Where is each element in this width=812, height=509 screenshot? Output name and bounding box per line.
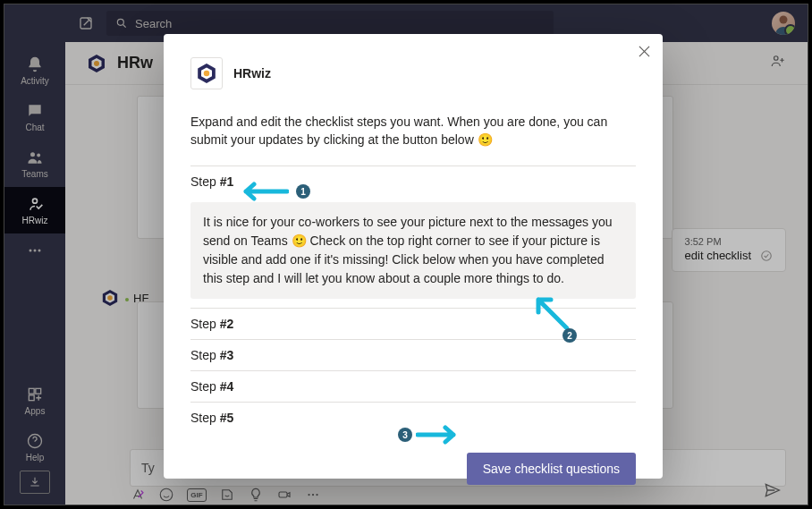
- modal-intro: Expand and edit the checklist steps you …: [190, 113, 636, 149]
- step-1-body[interactable]: It is nice for your co-workers to see yo…: [190, 202, 636, 299]
- save-checklist-button[interactable]: Save checklist questions: [467, 453, 636, 485]
- modal-header: HRwiz: [190, 57, 636, 89]
- step-2-header[interactable]: Step #2: [190, 308, 636, 339]
- step-4-header[interactable]: Step #4: [190, 370, 636, 402]
- hrwiz-logo-icon: [196, 63, 217, 84]
- step-5-header[interactable]: Step #5: [190, 402, 636, 433]
- modal-app-logo: [190, 57, 223, 89]
- close-button[interactable]: [639, 45, 650, 61]
- close-icon: [639, 46, 650, 57]
- step-1-header[interactable]: Step #1: [190, 165, 636, 197]
- modal-actions: Save checklist questions: [190, 453, 636, 485]
- step-3-header[interactable]: Step #3: [190, 339, 636, 370]
- hrwiz-modal: HRwiz Expand and edit the checklist step…: [164, 34, 663, 479]
- app-frame: Activity Chat Teams HRwiz Apps Help: [4, 4, 808, 505]
- modal-app-name: HRwiz: [233, 66, 271, 81]
